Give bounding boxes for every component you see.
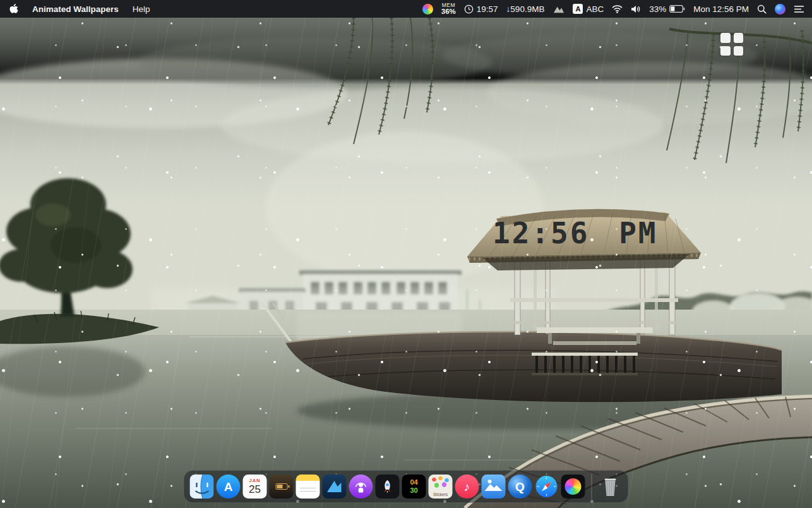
blue-peaks-icon	[323, 475, 347, 499]
battery-glyph-icon	[275, 483, 287, 490]
battery-status[interactable]: 33%	[649, 4, 685, 14]
stickers-label: Stickers	[433, 492, 448, 497]
apple-menu[interactable]	[9, 4, 18, 15]
rocket-icon	[380, 479, 395, 494]
menu-bar-left: Animated Wallpapers Help	[0, 4, 150, 15]
pinwheel-icon	[565, 478, 582, 495]
list-lines-icon	[794, 5, 804, 13]
trash-basket-icon	[599, 475, 623, 499]
spotlight-menu[interactable]	[757, 4, 767, 14]
dock-countdown-app-icon[interactable]: 04 30	[402, 475, 426, 499]
wallpaper-scene	[0, 18, 812, 508]
dock-podcasts-icon[interactable]	[349, 475, 373, 499]
dock-animated-wallpapers-icon[interactable]	[561, 475, 585, 499]
apple-logo-icon	[9, 4, 18, 15]
notification-center-menu[interactable]	[794, 5, 804, 13]
siri-menu[interactable]	[775, 4, 785, 15]
calendar-day-label: 25	[249, 483, 261, 496]
countdown-bottom-label: 30	[410, 487, 417, 494]
dock-finder-icon[interactable]	[190, 475, 214, 499]
wallpaper-gem-menu-icon[interactable]	[422, 4, 433, 15]
app-grid-button[interactable]	[720, 33, 743, 56]
dock-calendar-icon[interactable]: JAN 25	[243, 475, 267, 499]
clock-icon	[464, 4, 474, 14]
wifi-menu[interactable]	[612, 5, 623, 13]
siri-icon	[775, 4, 785, 15]
menu-clock[interactable]: Mon 12:56 PM	[693, 4, 749, 14]
menu-help[interactable]: Help	[133, 4, 150, 14]
battery-percent: 33%	[649, 4, 666, 14]
countdown-top-label: 04	[410, 479, 417, 486]
quicktime-q-glyph: Q	[515, 481, 525, 493]
dock-stickers-icon[interactable]: Stickers	[429, 475, 453, 499]
dock-battery-app-icon[interactable]	[270, 475, 294, 499]
memory-status[interactable]: MEM 36%	[441, 3, 456, 15]
finder-face-icon	[190, 475, 214, 499]
calendar-month-label: JAN	[249, 478, 260, 483]
grid-square	[734, 46, 744, 56]
input-layout-label: ABC	[586, 4, 604, 14]
dock: A JAN 25 04 30 Stickers ♪	[184, 470, 629, 503]
grid-square	[734, 33, 744, 43]
dock-separator	[592, 474, 592, 499]
download-value: ↓590.9MB	[506, 4, 545, 14]
podcasts-person-icon	[353, 478, 369, 495]
wifi-icon	[612, 5, 623, 13]
grid-square	[720, 33, 731, 43]
app-store-glyph: A	[224, 481, 233, 493]
dock-trash-icon[interactable]	[599, 475, 623, 499]
menu-bar: Animated Wallpapers Help MEM 36% 19:57 ↓…	[0, 0, 812, 18]
safari-compass-icon	[535, 475, 559, 499]
wallpaper-clock-overlay: 12:56 PM	[493, 216, 658, 250]
volume-icon	[631, 5, 641, 13]
network-download-status[interactable]: ↓590.9MB	[506, 4, 545, 14]
photo-landscape-icon	[482, 475, 506, 499]
search-icon	[757, 4, 767, 14]
battery-icon	[669, 5, 685, 13]
dock-app-store-icon[interactable]: A	[217, 475, 241, 499]
dock-photo-app-icon[interactable]	[482, 475, 506, 499]
dock-quicktime-icon[interactable]: Q	[508, 475, 532, 499]
mem-value: 36%	[441, 8, 456, 16]
music-note-glyph: ♪	[464, 481, 470, 493]
app-menu-title[interactable]: Animated Wallpapers	[32, 4, 119, 14]
desktop-wallpaper: 12:56 PM	[0, 18, 812, 508]
uptime-status[interactable]: 19:57	[464, 4, 498, 14]
gem-icon	[422, 4, 433, 15]
input-source-menu[interactable]: A ABC	[573, 4, 604, 14]
mountain-icon	[552, 4, 564, 14]
dock-music-icon[interactable]: ♪	[455, 475, 479, 499]
dock-safari-icon[interactable]	[535, 475, 559, 499]
input-letter-icon: A	[573, 4, 583, 14]
dock-notes-icon[interactable]	[296, 475, 320, 499]
volume-menu[interactable]	[631, 5, 641, 13]
dock-dark-blue-app-icon[interactable]	[323, 475, 347, 499]
uptime-value: 19:57	[477, 4, 498, 14]
menu-bar-status-area: MEM 36% 19:57 ↓590.9MB A ABC	[422, 3, 812, 15]
dock-rocket-app-icon[interactable]	[376, 475, 400, 499]
grid-square	[720, 46, 731, 56]
mountain-menu-icon[interactable]	[552, 4, 564, 14]
